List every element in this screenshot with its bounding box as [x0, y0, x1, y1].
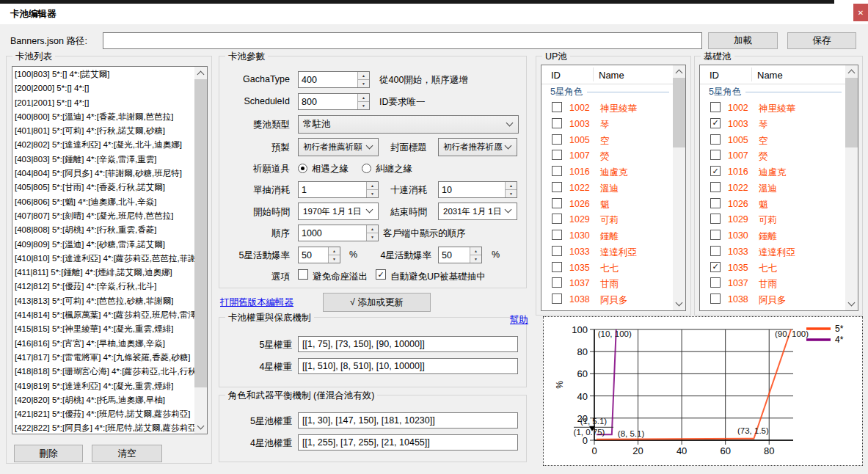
row-checkbox[interactable]: [710, 230, 721, 240]
row-checkbox[interactable]: [552, 198, 562, 208]
close-button[interactable]: ✕: [853, 4, 868, 21]
legacy-editor-link[interactable]: 打開舊版本編輯器: [220, 296, 293, 309]
row-checkbox[interactable]: [710, 150, 721, 160]
spinner-buttons[interactable]: ▲▼: [328, 247, 340, 263]
clear-button[interactable]: 清空: [92, 445, 162, 462]
add-or-update-button[interactable]: √ 添加或更新: [323, 293, 431, 312]
scrollbar-thumb[interactable]: [194, 79, 207, 387]
scroll-up-icon[interactable]: [673, 65, 685, 78]
up-pool-table[interactable]: ID Name 5星角色 1002神里綾華1003琴1005空1007熒1016…: [541, 65, 686, 311]
list-item[interactable]: [418|818] 5*:[珊瑚宮心海] 4*:[蘿莎莉亞,北斗,行秋]: [12, 365, 194, 379]
table-row[interactable]: 1007熒: [700, 147, 845, 164]
row-checkbox[interactable]: [552, 134, 562, 145]
list-item[interactable]: [402|802] 5*:[達達利亞] 4*:[凝光,北斗,迪奧娜]: [12, 138, 194, 152]
load-button[interactable]: 加載: [708, 32, 778, 49]
spinner-buttons[interactable]: ▲▼: [357, 72, 369, 87]
row-checkbox[interactable]: [552, 293, 562, 304]
table-row[interactable]: 1029可莉: [541, 211, 673, 227]
row-checkbox[interactable]: [710, 198, 721, 208]
list-item[interactable]: [410|810] 5*:[達達利亞] 4*:[蘿莎莉亞,芭芭拉,菲謝爾]: [12, 252, 194, 266]
base-pool-scrollbar[interactable]: [845, 65, 858, 310]
avoid-constellation-checkbox[interactable]: [298, 269, 308, 280]
table-row[interactable]: 1016迪盧克: [541, 164, 673, 180]
row-checkbox[interactable]: [710, 214, 721, 224]
row-checkbox[interactable]: [710, 102, 721, 112]
table-row[interactable]: 1033達達利亞: [700, 244, 845, 260]
list-item[interactable]: [408|808] 5*:[胡桃] 4*:[行秋,重雲,香菱]: [12, 223, 194, 237]
path-input[interactable]: [103, 32, 702, 49]
row-checkbox[interactable]: ✓: [710, 262, 721, 272]
table-row[interactable]: 1022溫迪: [700, 180, 845, 196]
table-row[interactable]: ✓1016迪盧克: [700, 164, 845, 180]
end-time-picker[interactable]: 2031年 1月 1日: [438, 203, 517, 220]
row-checkbox[interactable]: [552, 262, 562, 272]
table-row[interactable]: 1005空: [541, 132, 673, 148]
table-row[interactable]: 1038阿貝多: [700, 291, 845, 307]
delete-button[interactable]: 刪除: [14, 445, 83, 462]
row-checkbox[interactable]: [710, 246, 721, 256]
pool-weight4-input[interactable]: [[1, 255], [17, 255], [21, 10455]]: [298, 434, 518, 451]
ten-cost-input[interactable]: 10 ▲▼: [438, 181, 517, 198]
scroll-down-icon[interactable]: [673, 298, 685, 310]
list-item[interactable]: [422|822] 5*:[阿貝多] 4*:[班尼特,諾艾爾,蘿莎莉亞]: [12, 421, 194, 434]
table-row[interactable]: 1026魈: [541, 196, 673, 212]
spinner-buttons[interactable]: ▲▼: [470, 247, 481, 263]
list-item[interactable]: [415|815] 5*:[神里綾華] 4*:[凝光,重雲,煙緋]: [12, 322, 194, 336]
list-item[interactable]: [417|817] 5*:[雷電將軍] 4*:[九條裟羅,香菱,砂糖]: [12, 351, 194, 365]
table-row[interactable]: ✓1035七七: [700, 260, 845, 276]
list-item[interactable]: [416|816] 5*:[宵宮] 4*:[早柚,迪奧娜,辛焱]: [12, 337, 194, 351]
pool-listbox[interactable]: [100|803] 5*:[] 4*:[諾艾爾][200|2000] 5*:[]…: [12, 66, 208, 434]
row-checkbox[interactable]: [710, 134, 721, 145]
row-checkbox[interactable]: [710, 293, 721, 304]
list-item[interactable]: [409|809] 5*:[溫迪] 4*:[砂糖,雷澤,諾艾爾]: [12, 238, 194, 252]
radio-intertwined-fate-label[interactable]: 糾纏之緣: [376, 163, 412, 175]
table-row[interactable]: 1029可莉: [700, 211, 845, 227]
base-pool-table[interactable]: ID Name 5星角色 1002神里綾華✓1003琴1005空1007熒✓10…: [699, 65, 858, 311]
table-row[interactable]: 1030鍾離: [700, 227, 845, 244]
list-item[interactable]: [200|2000] 5*:[] 4*:[]: [12, 81, 194, 95]
prefab-select[interactable]: 初行者推薦祈願: [298, 138, 379, 156]
row-checkbox[interactable]: [552, 214, 562, 224]
radio-acquaint-fate[interactable]: [298, 164, 307, 173]
list-item[interactable]: [412|812] 5*:[優菈] 4*:[辛焱,行秋,北斗]: [12, 280, 194, 293]
row-checkbox[interactable]: [552, 118, 562, 128]
avoid-up-checkbox[interactable]: ✓: [376, 269, 386, 280]
avoid-up-label[interactable]: 自動避免UP被基礎抽中: [390, 271, 486, 283]
radio-intertwined-fate[interactable]: [362, 164, 371, 173]
cover-title-select[interactable]: 初行者推荐祈愿: [438, 138, 517, 156]
pool-type-select[interactable]: 常駐池: [298, 115, 519, 134]
table-row[interactable]: ✓1003琴: [700, 116, 845, 132]
list-item[interactable]: [405|805] 5*:[甘雨] 4*:[香菱,行秋,諾艾爾]: [12, 181, 194, 194]
table-row[interactable]: 1002神里綾華: [541, 100, 673, 116]
radio-acquaint-fate-label[interactable]: 相遇之緣: [312, 163, 349, 175]
row-checkbox[interactable]: [710, 182, 721, 192]
table-row[interactable]: 1030鍾離: [541, 227, 673, 244]
weight5-input[interactable]: [[1, 75], [73, 150], [90, 10000]]: [298, 336, 518, 352]
rate5-input[interactable]: 50 ▲▼: [298, 247, 340, 263]
scrollbar-thumb[interactable]: [845, 78, 858, 147]
list-item[interactable]: [100|803] 5*:[] 4*:[諾艾爾]: [12, 68, 194, 81]
row-checkbox[interactable]: [552, 246, 562, 256]
row-checkbox[interactable]: [552, 277, 562, 288]
save-button[interactable]: 保存: [787, 32, 856, 49]
scroll-up-icon[interactable]: [194, 67, 207, 79]
spinner-buttons[interactable]: ▲▼: [366, 225, 378, 241]
table-row[interactable]: 1033達達利亞: [541, 244, 673, 260]
row-checkbox[interactable]: ✓: [710, 118, 721, 128]
row-checkbox[interactable]: [552, 182, 562, 192]
weight4-input[interactable]: [[1, 510], [8, 510], [10, 10000]]: [298, 358, 518, 374]
order-input[interactable]: 1000 ▲▼: [298, 225, 379, 241]
list-item[interactable]: [201|2001] 5*:[] 4*:[]: [12, 96, 194, 110]
row-checkbox[interactable]: ✓: [710, 166, 721, 176]
spinner-buttons[interactable]: ▲▼: [366, 182, 378, 197]
table-row[interactable]: 1002神里綾華: [700, 100, 845, 116]
start-time-picker[interactable]: 1970年 1月 1日: [298, 203, 379, 220]
list-item[interactable]: [420|820] 5*:[胡桃] 4*:[托馬,迪奧娜,早柚]: [12, 393, 194, 407]
scheduleid-input[interactable]: 800 ▲▼: [298, 93, 370, 110]
table-row[interactable]: 1007熒: [541, 147, 673, 164]
table-row[interactable]: 1037甘雨: [700, 275, 845, 291]
list-item[interactable]: [406|806] 5*:[魈] 4*:[迪奧娜,北斗,辛焱]: [12, 195, 194, 209]
list-item[interactable]: [403|803] 5*:[鍾離] 4*:[辛焱,雷澤,重雲]: [12, 153, 194, 167]
spinner-buttons[interactable]: ▲▼: [357, 94, 369, 109]
table-row[interactable]: 1035七七: [541, 260, 673, 276]
